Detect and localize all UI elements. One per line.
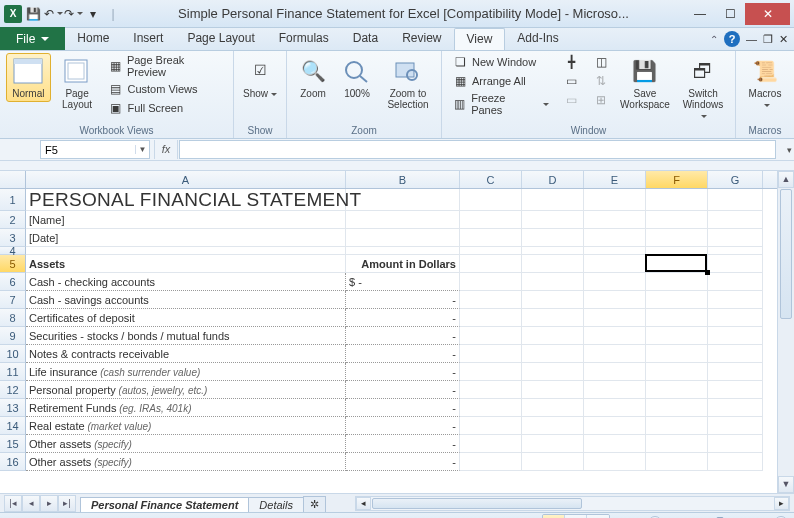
redo-button[interactable]: ↷ [64,5,82,23]
cell-G2[interactable] [708,211,763,229]
cell-E7[interactable] [584,291,646,309]
cell-A15[interactable]: Other assets (specify) [26,435,346,453]
row-header-7[interactable]: 7 [0,291,26,309]
col-header-E[interactable]: E [584,171,646,188]
cell-C15[interactable] [460,435,522,453]
sheet-nav-prev[interactable]: ◂ [22,495,40,512]
select-all-corner[interactable] [0,171,26,188]
new-window-button[interactable]: ❏New Window [448,53,553,71]
cell-E8[interactable] [584,309,646,327]
cell-D4[interactable] [522,247,584,255]
row-header-6[interactable]: 6 [0,273,26,291]
cell-D7[interactable] [522,291,584,309]
cell-C6[interactable] [460,273,522,291]
cell-D10[interactable] [522,345,584,363]
cell-C3[interactable] [460,229,522,247]
row-header-14[interactable]: 14 [0,417,26,435]
zoom-button[interactable]: 🔍 Zoom [293,53,333,102]
page-layout-button[interactable]: Page Layout [55,53,100,113]
ribbon-minimize-icon[interactable]: ⌃ [710,34,718,45]
cell-E3[interactable] [584,229,646,247]
cell-A11[interactable]: Life insurance (cash surrender value) [26,363,346,381]
zoom-to-selection-button[interactable]: Zoom to Selection [381,53,435,113]
cell-F4[interactable] [646,247,708,255]
cell-E15[interactable] [584,435,646,453]
cell-G1[interactable] [708,189,763,211]
cell-E6[interactable] [584,273,646,291]
cell-G3[interactable] [708,229,763,247]
cell-A14[interactable]: Real estate (market value) [26,417,346,435]
grid-body[interactable]: 1PERSONAL FINANCIAL STATEMENT2[Name]3[Da… [0,189,777,471]
cell-E4[interactable] [584,247,646,255]
cell-E14[interactable] [584,417,646,435]
show-button[interactable]: ☑ Show [240,53,280,102]
col-header-D[interactable]: D [522,171,584,188]
save-workspace-button[interactable]: 💾 Save Workspace [617,53,673,113]
hscroll-left[interactable]: ◂ [356,497,371,510]
cell-C1[interactable] [460,189,522,211]
row-header-10[interactable]: 10 [0,345,26,363]
unhide-button[interactable]: ▭ [559,91,583,109]
cell-D14[interactable] [522,417,584,435]
cell-G12[interactable] [708,381,763,399]
cell-E16[interactable] [584,453,646,471]
cell-G15[interactable] [708,435,763,453]
save-icon[interactable]: 💾 [24,5,42,23]
cell-E12[interactable] [584,381,646,399]
cell-A5[interactable]: Assets [26,255,346,273]
horizontal-scrollbar[interactable]: ◂ ▸ [355,496,790,511]
sheet-tab-active[interactable]: Personal Finance Statement [80,497,249,512]
cell-A6[interactable]: Cash - checking accounts [26,273,346,291]
tab-home[interactable]: Home [65,28,121,50]
cell-F1[interactable] [646,189,708,211]
cell-B5[interactable]: Amount in Dollars [346,255,460,273]
cell-B2[interactable] [346,211,460,229]
cell-D15[interactable] [522,435,584,453]
cell-B13[interactable]: - [346,399,460,417]
cell-B3[interactable] [346,229,460,247]
cell-D5[interactable] [522,255,584,273]
cell-F11[interactable] [646,363,708,381]
cell-B9[interactable]: - [346,327,460,345]
cell-E13[interactable] [584,399,646,417]
cell-D13[interactable] [522,399,584,417]
hscroll-thumb[interactable] [372,498,582,509]
cell-F15[interactable] [646,435,708,453]
row-header-1[interactable]: 1 [0,189,26,211]
cell-G6[interactable] [708,273,763,291]
cell-D11[interactable] [522,363,584,381]
hscroll-right[interactable]: ▸ [774,497,789,510]
sync-scroll-button[interactable]: ⇅ [589,72,613,90]
doc-minimize-icon[interactable]: — [746,33,757,45]
cell-E5[interactable] [584,255,646,273]
cell-F10[interactable] [646,345,708,363]
tab-add-ins[interactable]: Add-Ins [505,28,570,50]
formula-input[interactable] [179,140,776,159]
cell-A2[interactable]: [Name] [26,211,346,229]
cell-F12[interactable] [646,381,708,399]
cell-G9[interactable] [708,327,763,345]
cell-G11[interactable] [708,363,763,381]
cell-A16[interactable]: Other assets (specify) [26,453,346,471]
cell-D9[interactable] [522,327,584,345]
tab-view[interactable]: View [454,28,506,50]
scroll-thumb[interactable] [780,189,792,319]
cell-C11[interactable] [460,363,522,381]
undo-button[interactable]: ↶ [44,5,62,23]
cell-G5[interactable] [708,255,763,273]
vertical-scrollbar[interactable]: ▲ ▼ [777,171,794,493]
cell-G16[interactable] [708,453,763,471]
cell-F5[interactable] [646,255,708,273]
cell-D12[interactable] [522,381,584,399]
cell-D16[interactable] [522,453,584,471]
cell-F8[interactable] [646,309,708,327]
cell-A3[interactable]: [Date] [26,229,346,247]
cell-G4[interactable] [708,247,763,255]
cell-G14[interactable] [708,417,763,435]
cell-B4[interactable] [346,247,460,255]
switch-windows-button[interactable]: 🗗 Switch Windows [677,53,729,124]
row-header-5[interactable]: 5 [0,255,26,273]
cell-A13[interactable]: Retirement Funds (eg. IRAs, 401k) [26,399,346,417]
cell-C4[interactable] [460,247,522,255]
cell-G10[interactable] [708,345,763,363]
